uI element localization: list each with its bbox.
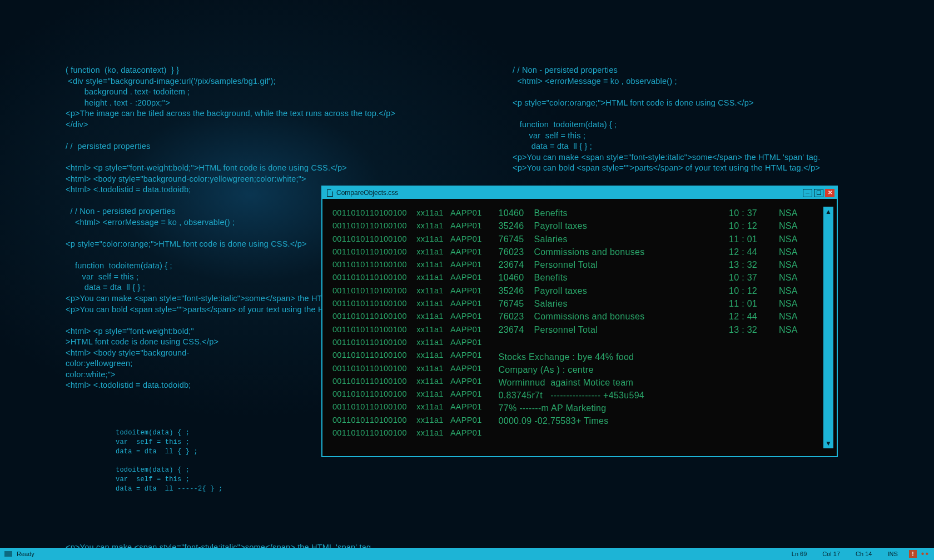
window-scrollbar[interactable]: ▲ ▼ — [823, 207, 833, 448]
warning-icon[interactable]: ! — [909, 550, 917, 558]
scroll-up-icon[interactable]: ▲ — [825, 208, 832, 216]
status-ins: INS — [887, 551, 897, 557]
table-row: 76745Salaries11 : 01NSA — [499, 297, 807, 310]
status-ch: Ch 14 — [856, 551, 872, 557]
document-icon — [327, 189, 333, 197]
status-dots: •• — [921, 549, 930, 559]
maximize-button[interactable] — [814, 189, 823, 197]
table-row: 10460Benefits10 : 37NSA — [499, 271, 807, 284]
data-column-right: 10460Benefits10 : 37NSA35246Payroll taxe… — [499, 207, 807, 448]
table-row: 23674Personnel Total13 : 32NSA — [499, 258, 807, 271]
table-row: 76745Salaries11 : 01NSA — [499, 233, 807, 246]
minimize-button[interactable] — [803, 189, 812, 197]
compare-objects-window: CompareObjects.css ✕ 0011010110100100 xx… — [321, 186, 838, 457]
table-row: 76023Commissions and bonuses12 : 44NSA — [499, 310, 807, 323]
table-row: 35246Payroll taxes10 : 12NSA — [499, 219, 807, 232]
status-bar: Ready Ln 69 Col 17 Ch 14 INS ! •• — [0, 548, 934, 560]
table-row: 10460Benefits10 : 37NSA — [499, 207, 807, 219]
table-row: 35246Payroll taxes10 : 12NSA — [499, 284, 807, 297]
window-title: CompareObjects.css — [336, 189, 398, 197]
data-column-left: 0011010110100100 xx11a1 AAPP01 001101011… — [332, 207, 482, 448]
table-row: 23674Personnel Total13 : 32NSA — [499, 323, 807, 336]
scroll-down-icon[interactable]: ▼ — [825, 439, 832, 447]
status-icon — [4, 551, 12, 557]
status-col: Col 17 — [822, 551, 840, 557]
window-titlebar[interactable]: CompareObjects.css ✕ — [322, 187, 837, 199]
close-button[interactable]: ✕ — [825, 189, 834, 197]
status-line: Ln 69 — [792, 551, 807, 557]
status-ready: Ready — [17, 551, 34, 557]
table-row: 76023Commissions and bonuses12 : 44NSA — [499, 246, 807, 258]
window-footer-text: Stocks Exchange : bye 44% food Company (… — [499, 351, 807, 427]
